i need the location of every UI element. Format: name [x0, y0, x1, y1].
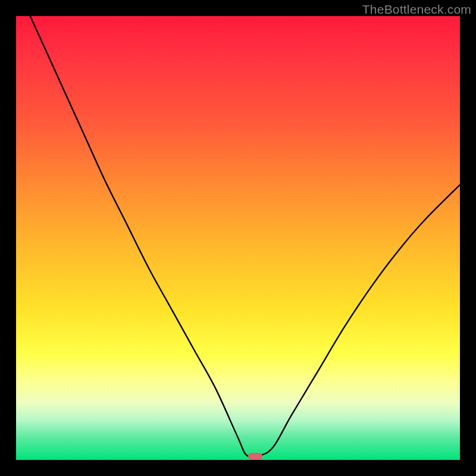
plot-area [16, 16, 460, 460]
chart-frame: TheBottleneck.com [0, 0, 476, 476]
bottleneck-curve [16, 16, 460, 460]
watermark-text: TheBottleneck.com [362, 2, 471, 17]
bottleneck-marker [248, 453, 262, 460]
